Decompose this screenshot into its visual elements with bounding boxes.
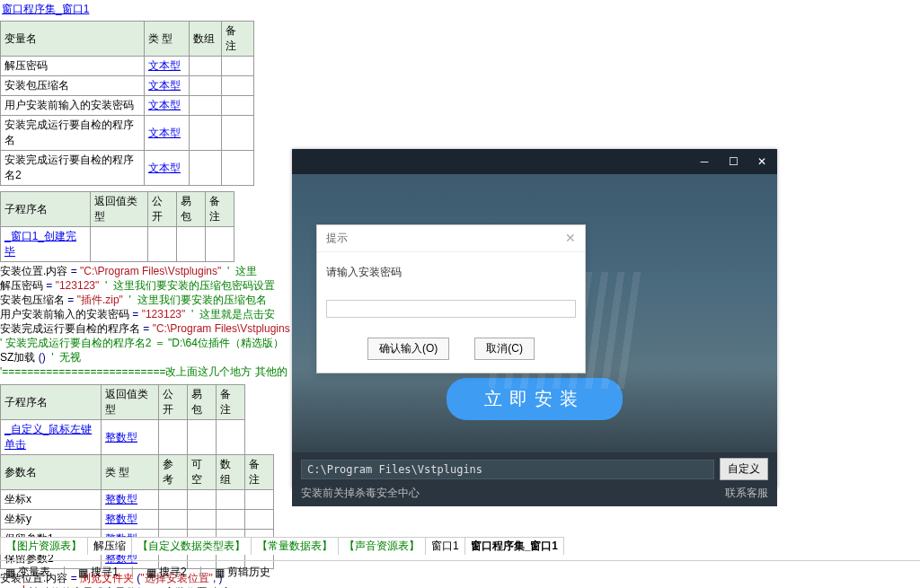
sh: 备 注 xyxy=(206,192,234,227)
var-type[interactable]: 文本型 xyxy=(148,59,181,72)
var-name[interactable]: 用户安装前输入的安装密码 xyxy=(1,96,145,116)
sub-table-1: 子程序名 返回值类型 公开 易包 备 注 _窗口1_创建完毕 xyxy=(0,191,234,262)
prompt-dialog: 提示 ✕ 请输入安装密码 确认输入(O) 取消(C) xyxy=(316,224,586,373)
var-name[interactable]: 安装完成运行要自检的程序名2 xyxy=(1,151,145,186)
pt[interactable]: 整数型 xyxy=(105,493,137,505)
pn[interactable]: 坐标y xyxy=(1,510,102,530)
tab-5[interactable]: 窗口1 xyxy=(425,537,465,555)
status-3[interactable]: ▦ 剪辑历史 xyxy=(209,565,276,580)
var-name[interactable]: 安装包压缩名 xyxy=(1,76,145,96)
var-type[interactable]: 文本型 xyxy=(148,127,181,139)
status-1[interactable]: ▦ 搜寻1 xyxy=(73,565,124,580)
bottom-tabs: 【图片资源表】解压缩【自定义数据类型表】【常量数据表】【声音资源表】窗口1窗口程… xyxy=(0,535,920,584)
var-name[interactable]: 安装完成运行要自检的程序名 xyxy=(1,116,145,151)
tab-4[interactable]: 【声音资源表】 xyxy=(338,537,426,555)
var-type[interactable]: 文本型 xyxy=(148,99,181,111)
toolbar-icon: ▦ xyxy=(5,566,15,579)
ph: 可空 xyxy=(188,455,217,490)
sh: 公开 xyxy=(159,385,188,420)
warning-text: 安装前关掉杀毒安全中心 xyxy=(301,486,420,501)
prompt-title: 提示 xyxy=(326,231,348,246)
sh: 公开 xyxy=(148,192,177,227)
pn[interactable]: 坐标x xyxy=(1,490,102,510)
sh: 易包 xyxy=(188,385,217,420)
ph: 类 型 xyxy=(102,455,159,490)
close-icon[interactable]: ✕ xyxy=(750,153,774,171)
tab-3[interactable]: 【常量数据表】 xyxy=(251,537,339,555)
custom-button[interactable]: 自定义 xyxy=(720,458,768,480)
prompt-message: 请输入安装密码 xyxy=(326,265,576,280)
module-link[interactable]: 窗口程序集_窗口1 xyxy=(2,3,89,15)
ph: 数组 xyxy=(217,455,245,490)
sh: 返回值类型 xyxy=(102,385,159,420)
toolbar-icon: ▦ xyxy=(78,566,88,579)
install-now-button[interactable]: 立即安装 xyxy=(447,378,623,420)
sh: 子程序名 xyxy=(1,192,91,227)
ph: 参考 xyxy=(159,455,188,490)
ph: 参数名 xyxy=(1,455,102,490)
contact-link[interactable]: 联系客服 xyxy=(725,486,768,501)
sh: 子程序名 xyxy=(1,385,102,420)
vh0: 变量名 xyxy=(1,22,145,57)
maximize-icon[interactable]: ☐ xyxy=(721,153,745,171)
status-2[interactable]: ▦ 搜寻2 xyxy=(141,565,192,580)
sub-rtype[interactable]: 整数型 xyxy=(105,431,137,443)
installer-titlebar: ─ ☐ ✕ xyxy=(292,149,777,174)
vh3: 备 注 xyxy=(222,22,254,57)
password-input[interactable] xyxy=(326,300,576,318)
sub-name[interactable]: _自定义_鼠标左键单击 xyxy=(4,423,92,451)
cancel-button[interactable]: 取消(C) xyxy=(474,338,535,360)
toolbar-icon: ▦ xyxy=(215,566,225,579)
variable-table: 变量名 类 型 数组 备 注 解压密码文本型 安装包压缩名文本型 用户安装前输入… xyxy=(0,21,254,186)
sh: 备 注 xyxy=(217,385,245,420)
install-path-input[interactable] xyxy=(301,460,714,479)
tab-0[interactable]: 【图片资源表】 xyxy=(0,537,88,555)
status-0[interactable]: ▦ 变量表 xyxy=(0,565,56,580)
vh1: 类 型 xyxy=(145,22,190,57)
confirm-button[interactable]: 确认输入(O) xyxy=(367,338,449,360)
tab-2[interactable]: 【自定义数据类型表】 xyxy=(131,537,252,555)
var-name[interactable]: 解压密码 xyxy=(1,57,145,76)
sh: 返回值类型 xyxy=(91,192,148,227)
tab-1[interactable]: 解压缩 xyxy=(87,537,132,555)
sh: 易包 xyxy=(177,192,206,227)
var-type[interactable]: 文本型 xyxy=(148,79,181,92)
installer-footer: 自定义 安装前关掉杀毒安全中心 联系客服 xyxy=(292,452,777,506)
pt[interactable]: 整数型 xyxy=(105,513,137,525)
ph: 备 注 xyxy=(245,455,274,490)
minimize-icon[interactable]: ─ xyxy=(693,153,716,171)
vh2: 数组 xyxy=(190,22,222,57)
sub-name[interactable]: _窗口1_创建完毕 xyxy=(4,230,76,258)
var-type[interactable]: 文本型 xyxy=(148,162,181,174)
close-icon[interactable]: ✕ xyxy=(565,231,576,246)
toolbar-icon: ▦ xyxy=(146,566,156,579)
tab-6[interactable]: 窗口程序集_窗口1 xyxy=(464,537,564,555)
